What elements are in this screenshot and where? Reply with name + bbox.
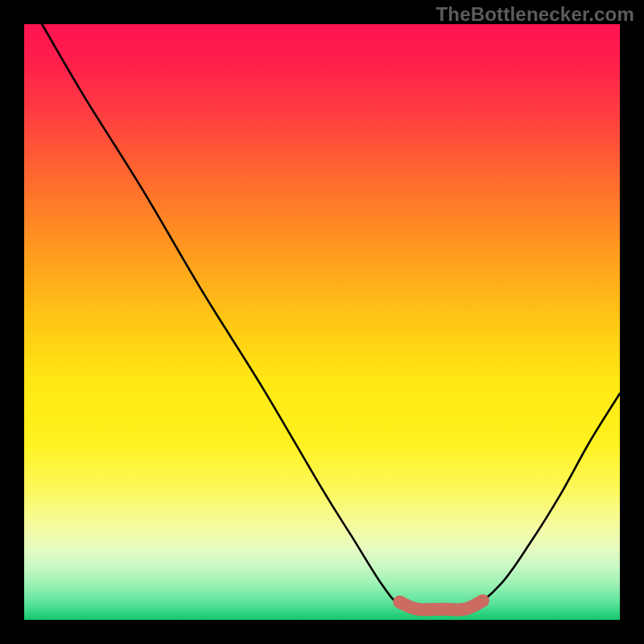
optimal-range-path bbox=[399, 601, 483, 609]
watermark-text: TheBottleneсker.com bbox=[436, 3, 634, 26]
plot-area bbox=[24, 24, 620, 620]
chart-frame: TheBottleneсker.com bbox=[0, 0, 644, 644]
chart-svg bbox=[24, 24, 620, 620]
bottleneck-curve-path bbox=[42, 24, 620, 612]
optimal-start-dot bbox=[394, 597, 405, 608]
